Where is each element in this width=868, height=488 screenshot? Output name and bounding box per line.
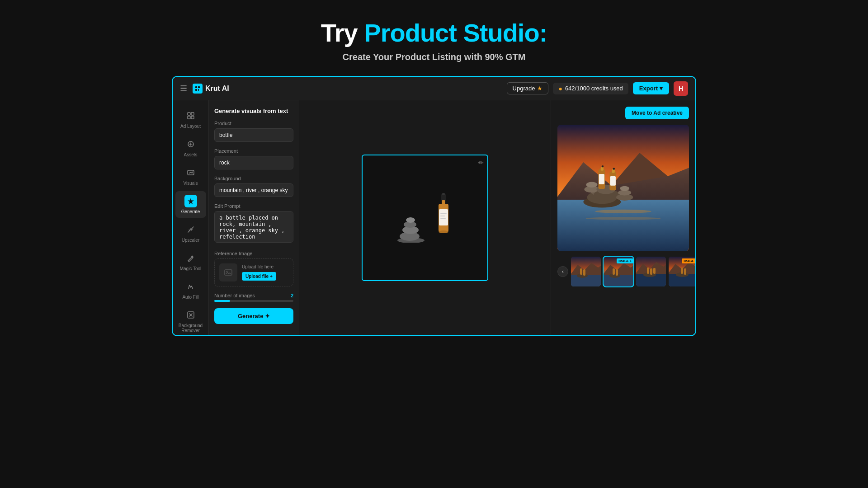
top-bar-right: Upgrade ★ ● 642/1000 credits used Export…: [507, 81, 688, 96]
thumbnail-4[interactable]: IMAGE 2: [669, 257, 696, 286]
title-try: Try: [321, 19, 364, 47]
svg-rect-46: [612, 169, 615, 173]
bottle-svg: [432, 193, 455, 243]
export-label: Export: [639, 85, 658, 92]
sidebar-label-ad-layout: Ad Layout: [180, 124, 201, 129]
canvas-edit-icon[interactable]: ✏: [478, 159, 484, 166]
svg-rect-61: [613, 268, 615, 275]
placement-group: Placement: [214, 148, 293, 169]
product-group: Product: [214, 121, 293, 142]
num-images-slider[interactable]: [214, 300, 293, 302]
sidebar-item-visuals[interactable]: Visuals: [175, 163, 206, 189]
sidebar-label-magic-tool: Magic Tool: [180, 266, 202, 271]
assets-icon: [184, 138, 197, 150]
visuals-icon: [184, 166, 197, 179]
svg-rect-42: [601, 167, 604, 170]
sidebar-label-bg-remover: Background Remover: [178, 323, 203, 333]
upload-preview-icon: [219, 263, 237, 282]
sidebar-label-generate: Generate: [181, 209, 200, 214]
svg-rect-6: [188, 116, 190, 119]
svg-point-12: [226, 271, 228, 272]
product-label: Product: [214, 121, 293, 126]
svg-point-54: [577, 273, 588, 278]
credits-text: 642/1000 credits used: [565, 85, 623, 92]
left-panel: Generate visuals from text Product Place…: [209, 100, 299, 335]
page-subtitle: Create Your Product Listing with 90% GTM: [9, 52, 859, 62]
svg-rect-25: [440, 218, 446, 219]
svg-rect-47: [613, 168, 615, 169]
product-input[interactable]: [214, 128, 293, 142]
num-images-label: Number of images: [214, 293, 255, 298]
svg-rect-1: [198, 86, 200, 88]
hamburger-icon[interactable]: ☰: [180, 84, 187, 94]
user-avatar[interactable]: H: [674, 81, 688, 96]
svg-rect-4: [188, 113, 190, 115]
thumb-1-image: [571, 257, 601, 286]
bg-remover-icon: [184, 309, 197, 321]
top-bar: ☰ Krut AI Upgrade ★ ● 6: [173, 77, 695, 100]
reference-image-label: Reference Image: [214, 251, 293, 256]
num-images-section: Number of images 2: [214, 293, 293, 302]
upload-info: Upload file here Upload file +: [242, 264, 288, 281]
svg-rect-67: [647, 267, 649, 274]
upload-text: Upload file here: [242, 264, 288, 269]
sidebar-item-magic-tool[interactable]: Magic Tool: [175, 248, 206, 275]
svg-rect-3: [198, 89, 199, 91]
upload-file-button[interactable]: Upload file +: [242, 272, 276, 281]
title-brand: Product Studio:: [364, 19, 547, 47]
svg-point-37: [586, 182, 598, 188]
sidebar-item-assets[interactable]: Assets: [175, 134, 206, 161]
svg-rect-2: [195, 89, 197, 91]
thumbnail-1[interactable]: [571, 257, 601, 286]
placement-label: Placement: [214, 148, 293, 154]
thumbnail-3[interactable]: [636, 257, 666, 286]
svg-point-50: [620, 186, 629, 191]
move-to-ad-button[interactable]: Move to Ad creative: [625, 107, 689, 119]
sidebar-item-upscaler[interactable]: Upscaler: [175, 220, 206, 246]
num-images-row: Number of images 2: [214, 293, 293, 298]
thumb-3-image: [636, 257, 666, 286]
app-window: ☰ Krut AI Upgrade ★ ● 6: [172, 76, 696, 336]
auto-fill-icon: [184, 280, 197, 293]
background-group: Background: [214, 176, 293, 197]
sidebar-item-auto-fill[interactable]: Auto Fill: [175, 277, 206, 303]
page-header: Try Product Studio: Create Your Product …: [0, 0, 868, 76]
svg-rect-55: [580, 268, 582, 275]
right-panel: Move to Ad creative: [551, 100, 695, 335]
sidebar-item-ad-layout[interactable]: Ad Layout: [175, 106, 206, 132]
thumb-list: IMAGE 1: [571, 257, 696, 286]
svg-rect-41: [599, 174, 604, 184]
logo-icon: [193, 84, 203, 94]
svg-point-17: [406, 217, 415, 223]
upgrade-label: Upgrade: [513, 85, 535, 92]
edit-prompt-label: Edit Prompt: [214, 203, 293, 209]
svg-rect-69: [653, 268, 656, 274]
generate-button[interactable]: Generate ✦: [214, 308, 293, 324]
svg-rect-23: [440, 213, 447, 214]
ad-layout-icon: [184, 109, 197, 122]
upgrade-button[interactable]: Upgrade ★: [507, 82, 549, 94]
edit-prompt-textarea[interactable]: a bottle placed on rock, mountain , rive…: [214, 211, 293, 243]
thumbnail-2[interactable]: IMAGE 1: [604, 257, 633, 286]
num-images-value: 2: [291, 293, 293, 298]
sidebar-label-visuals: Visuals: [183, 181, 198, 186]
export-button[interactable]: Export ▾: [633, 82, 669, 94]
thumb-row: ‹: [557, 257, 689, 286]
rocks-svg: [395, 206, 427, 243]
sidebar-label-auto-fill: Auto Fill: [182, 295, 198, 300]
main-preview: [557, 125, 689, 251]
sidebar: Ad Layout Assets Visua: [173, 100, 209, 335]
svg-rect-19: [442, 193, 445, 195]
background-input[interactable]: [214, 183, 293, 197]
svg-rect-30: [557, 200, 689, 251]
sidebar-item-bg-remover[interactable]: Background Remover: [175, 305, 206, 336]
background-label: Background: [214, 176, 293, 181]
prev-thumb-button[interactable]: ‹: [557, 266, 568, 277]
generate-icon: [184, 195, 197, 207]
sidebar-item-generate[interactable]: Generate: [175, 191, 206, 218]
svg-rect-62: [616, 269, 618, 276]
svg-point-31: [595, 210, 651, 213]
placement-input[interactable]: [214, 156, 293, 169]
chevron-down-icon: ▾: [660, 85, 663, 92]
logo-text: Krut AI: [205, 84, 229, 93]
